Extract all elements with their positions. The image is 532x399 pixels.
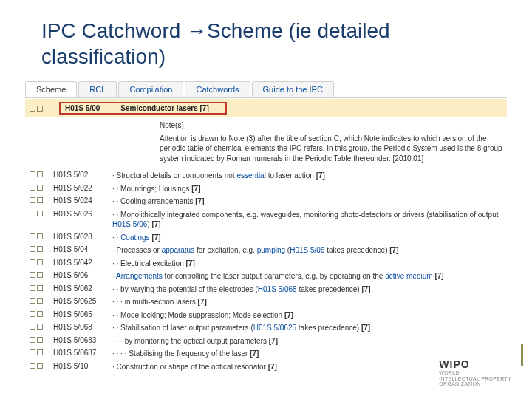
wipo-line1: WORLD (439, 370, 511, 376)
row-code[interactable]: H01S 5/022 (53, 184, 105, 192)
table-row: H01S 5/10· Construction or shape of the … (25, 361, 507, 374)
row-code[interactable]: H01S 5/068 (53, 323, 105, 331)
highlight-box: H01S 5/00 Semiconductor lasers [7] (59, 102, 227, 115)
row-code[interactable]: H01S 5/062 (53, 284, 105, 293)
tree-icon[interactable] (37, 337, 43, 343)
tree-icon[interactable] (37, 197, 43, 203)
tree-icon[interactable] (30, 298, 35, 304)
tab-scheme[interactable]: Scheme (25, 81, 77, 97)
tree-icon[interactable] (30, 363, 35, 369)
row-code[interactable]: H01S 5/04 (53, 245, 105, 253)
tree-icon[interactable] (37, 211, 43, 216)
tree-icon[interactable] (30, 171, 35, 177)
table-row: H01S 5/06· Arrangements for controlling … (25, 270, 507, 283)
row-code[interactable]: H01S 5/026 (53, 210, 105, 218)
tree-icon[interactable] (30, 185, 35, 191)
row-code[interactable]: H01S 5/024 (53, 197, 105, 205)
tree-icon[interactable] (37, 349, 43, 355)
row-desc: · · by varying the potential of the elec… (112, 284, 502, 295)
note-body: Attention is drawn to Note (3) after the… (160, 134, 507, 164)
tree-icon[interactable] (30, 211, 35, 216)
row-desc: · Processes or apparatus for excitation,… (112, 245, 502, 256)
row-desc: · · Mountings; Housings [7] (112, 184, 502, 194)
row-desc: · · Cooling arrangements [7] (112, 197, 502, 207)
tree-icon[interactable] (30, 246, 35, 252)
row-desc: · · · in multi-section lasers [7] (112, 297, 502, 307)
table-row: H01S 5/022· · Mountings; Housings [7] (25, 183, 507, 196)
wipo-logo: WIPO (439, 359, 511, 370)
tree-icon[interactable] (37, 311, 43, 317)
table-row: H01S 5/024· · Cooling arrangements [7] (25, 195, 507, 208)
page-title: IPC Catchword →Scheme (ie detailed class… (0, 0, 532, 81)
accent-bar (521, 344, 523, 366)
row-desc: · · Electrical excitation [7] (112, 259, 502, 269)
tree-icon[interactable] (37, 106, 43, 112)
row-code[interactable]: H01S 5/0625 (53, 297, 105, 305)
table-row: H01S 5/042· · Electrical excitation [7] (25, 257, 507, 270)
row-desc: · · · · Stabilising the frequency of the… (112, 349, 502, 359)
tree-icon[interactable] (30, 233, 35, 239)
row-code[interactable]: H01S 5/06 (53, 271, 105, 279)
row-desc: · Arrangements for controlling the laser… (112, 271, 502, 282)
row-code[interactable]: H01S 5/02 (53, 171, 105, 179)
tree-icon[interactable] (30, 259, 35, 265)
tab-guide-to-the-ipc[interactable]: Guide to the IPC (252, 81, 334, 97)
tab-compilation[interactable]: Compilation (118, 81, 183, 97)
row-code[interactable]: H01S 5/042 (53, 259, 105, 267)
tree-icon[interactable] (30, 337, 35, 343)
row-code[interactable]: H01S 5/0687 (53, 349, 105, 357)
table-row: H01S 5/026· · Monolithically integrated … (25, 208, 507, 231)
wipo-line3: ORGANIZATION (439, 381, 511, 387)
note-title: Note(s) (160, 120, 507, 131)
scheme-panel: SchemeRCLCompilationCatchwordsGuide to t… (0, 81, 532, 373)
tree-icon[interactable] (37, 363, 43, 369)
row-desc: · · · by monitoring the optical output p… (112, 336, 502, 347)
row-desc: · Structural details or components not e… (112, 171, 502, 181)
table-row: H01S 5/065· · Mode locking; Mode suppres… (25, 309, 507, 322)
row-desc: · · Coatings [7] (112, 233, 502, 243)
table-row: H01S 5/0625· · · in multi-section lasers… (25, 296, 507, 309)
table-row: H01S 5/04· Processes or apparatus for ex… (25, 244, 507, 257)
tree-icon[interactable] (37, 233, 43, 239)
note-block: Note(s) Attention is drawn to Note (3) a… (25, 117, 507, 169)
tree-icon[interactable] (30, 311, 35, 317)
row-desc: · · Mode locking; Mode suppression; Mode… (112, 310, 502, 321)
table-row: H01S 5/028· · Coatings [7] (25, 231, 507, 245)
tree-icon[interactable] (30, 349, 35, 355)
row-desc: · · Stabilisation of laser output parame… (112, 323, 502, 333)
wipo-branding: WIPO WORLD INTELLECTUAL PROPERTY ORGANIZ… (439, 359, 511, 387)
highlight-desc: Semiconductor lasers [7] (120, 104, 208, 112)
row-desc: · · Monolithically integrated components… (112, 210, 502, 230)
table-row: H01S 5/02· Structural details or compone… (25, 169, 507, 183)
tab-rcl[interactable]: RCL (78, 81, 117, 97)
row-code[interactable]: H01S 5/0683 (53, 336, 105, 344)
tree-icon[interactable] (37, 171, 43, 177)
tree-icon[interactable] (30, 197, 35, 203)
tree-icon[interactable] (37, 259, 43, 265)
row-code[interactable]: H01S 5/065 (53, 310, 105, 318)
tree-icon[interactable] (30, 106, 35, 112)
table-row: H01S 5/068· · Stabilisation of laser out… (25, 321, 507, 335)
table-row: H01S 5/0683· · · by monitoring the optic… (25, 335, 507, 348)
wipo-line2: INTELLECTUAL PROPERTY (439, 376, 511, 382)
tree-icon[interactable] (37, 185, 43, 191)
tabs-bar: SchemeRCLCompilationCatchwordsGuide to t… (25, 81, 507, 98)
row-code[interactable]: H01S 5/10 (53, 362, 105, 370)
tree-icon[interactable] (30, 324, 35, 330)
tree-icon[interactable] (37, 285, 43, 291)
highlight-code: H01S 5/00 (65, 104, 100, 112)
table-row: H01S 5/0687· · · · Stabilising the frequ… (25, 347, 507, 361)
highlight-row: H01S 5/00 Semiconductor lasers [7] (25, 99, 507, 117)
tree-icon[interactable] (37, 298, 43, 304)
table-row: H01S 5/062· · by varying the potential o… (25, 283, 507, 296)
classification-list: H01S 5/02· Structural details or compone… (25, 169, 507, 373)
row-code[interactable]: H01S 5/028 (53, 233, 105, 241)
tree-icon[interactable] (30, 272, 35, 278)
tree-icon[interactable] (37, 324, 43, 330)
tree-icon[interactable] (37, 272, 43, 278)
tab-catchwords[interactable]: Catchwords (185, 81, 250, 97)
tree-icon[interactable] (37, 246, 43, 252)
tree-icon[interactable] (30, 285, 35, 291)
